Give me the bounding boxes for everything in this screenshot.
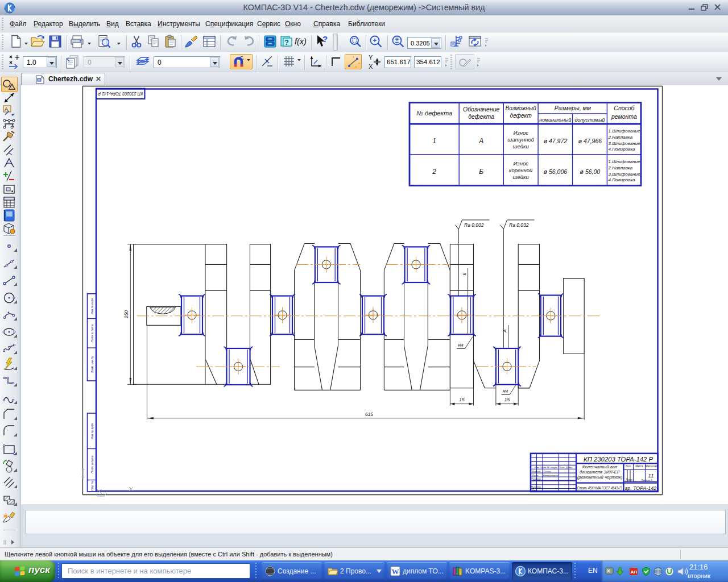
svg-text:1.Шлифование: 1.Шлифование xyxy=(609,159,641,164)
svg-text:Ra 0,032: Ra 0,032 xyxy=(509,222,529,228)
svg-text:Седов: Седов xyxy=(544,470,551,473)
svg-text:гр. ТОРА-142: гр. ТОРА-142 xyxy=(625,485,657,491)
svg-text:шейки: шейки xyxy=(513,143,530,149)
svg-text:шатунной: шатунной xyxy=(507,136,534,143)
svg-text:Размеры, мм: Размеры, мм xyxy=(555,105,591,111)
svg-text:Разраб.: Разраб. xyxy=(532,470,541,473)
svg-text:2.Наплавка: 2.Наплавка xyxy=(608,135,633,140)
svg-text:Изм Лист № докум. Подп. Дата: Изм Лист № докум. Подп. Дата xyxy=(535,466,573,469)
svg-text:1.Шлифование: 1.Шлифование xyxy=(609,128,641,134)
svg-text:Александров: Александров xyxy=(543,474,559,477)
svg-text:Взам. инв.№: Взам. инв.№ xyxy=(90,356,94,373)
svg-text:КП 230203 ТОРА-142 Р: КП 230203 ТОРА-142 Р xyxy=(98,91,143,97)
svg-text:250: 250 xyxy=(123,310,129,319)
svg-text:Подп. и дата: Подп. и дата xyxy=(90,455,94,473)
svg-text:(ремонтный чертеж): (ремонтный чертеж) xyxy=(577,475,623,480)
svg-text:15: 15 xyxy=(504,397,510,402)
svg-text:А: А xyxy=(502,329,507,332)
svg-text:Масштаб: Масштаб xyxy=(646,465,658,468)
svg-text:15: 15 xyxy=(459,397,465,402)
svg-text:Масса: Масса xyxy=(635,465,643,468)
svg-text:Инв.№ подл.: Инв.№ подл. xyxy=(90,297,94,314)
svg-text:ø 56,00: ø 56,00 xyxy=(580,168,601,175)
svg-text:W: W xyxy=(392,567,399,576)
svg-text:Сталь 45ХНМА ГОСТ 4543-71: Сталь 45ХНМА ГОСТ 4543-71 xyxy=(577,485,623,490)
svg-text:Лист: Лист xyxy=(625,479,632,481)
svg-text:дефекта: дефекта xyxy=(468,113,494,120)
svg-text:Износ: Износ xyxy=(513,130,528,136)
svg-text:Коленчатый вал: Коленчатый вал xyxy=(582,464,618,469)
svg-text:f(x): f(x) xyxy=(295,37,307,46)
svg-text:Лит.: Лит. xyxy=(625,465,632,468)
svg-text:1: 1 xyxy=(432,137,436,145)
svg-text:допустимый: допустимый xyxy=(574,117,605,123)
svg-text:R4: R4 xyxy=(458,343,464,348)
svg-text:?: ? xyxy=(284,38,289,47)
svg-text:номинальный: номинальный xyxy=(539,117,571,123)
svg-text:3.Шлифование: 3.Шлифование xyxy=(609,172,641,177)
svg-text:Способ: Способ xyxy=(614,105,635,111)
svg-text:Возможный: Возможный xyxy=(506,105,537,111)
svg-text:?: ? xyxy=(322,34,328,44)
svg-text:двигателя ЗИЛ-ЕР: двигателя ЗИЛ-ЕР xyxy=(580,469,621,475)
svg-text:11: 11 xyxy=(648,472,654,479)
svg-text:Обозначение: Обозначение xyxy=(463,106,499,113)
svg-text:Инв.№ дубл.: Инв.№ дубл. xyxy=(90,422,94,439)
svg-text:A: A xyxy=(5,106,8,112)
svg-text:А: А xyxy=(478,137,483,145)
svg-text:шейки: шейки xyxy=(513,174,530,180)
svg-text:Износ: Износ xyxy=(513,160,528,167)
svg-text:Б: Б xyxy=(479,168,483,176)
svg-text:Подп. и дата: Подп. и дата xyxy=(90,324,94,342)
svg-text:ø 47,972: ø 47,972 xyxy=(544,138,568,144)
svg-text:ø 56,006: ø 56,006 xyxy=(544,168,568,175)
svg-text:КП 230203 ТОРА-142 Р: КП 230203 ТОРА-142 Р xyxy=(584,456,653,463)
svg-text:2.Наплавка: 2.Наплавка xyxy=(608,165,633,171)
svg-text:Н.контр.: Н.контр. xyxy=(531,485,542,488)
svg-text:R4: R4 xyxy=(503,389,508,394)
svg-text:Т.контр.: Т.контр. xyxy=(531,477,541,480)
svg-text:615: 615 xyxy=(365,411,373,417)
svg-text:4.Полировка: 4.Полировка xyxy=(609,177,636,182)
svg-text:Ra 0,002: Ra 0,002 xyxy=(464,222,484,228)
svg-text:2: 2 xyxy=(432,168,436,176)
svg-text:АП: АП xyxy=(631,569,638,575)
svg-text:Пров.: Пров. xyxy=(532,474,539,477)
svg-text:3.Шлифование: 3.Шлифование xyxy=(609,141,641,146)
svg-text:X: X xyxy=(369,63,373,70)
svg-text:Y: Y xyxy=(369,54,373,61)
svg-text:ø 47,966: ø 47,966 xyxy=(578,138,602,144)
svg-text:Б: Б xyxy=(462,272,467,275)
svg-text:ремонта: ремонта xyxy=(611,113,637,120)
svg-text:4.Полировка: 4.Полировка xyxy=(609,147,636,152)
svg-text:коренной: коренной xyxy=(509,167,533,173)
svg-text:№ дефекта: № дефекта xyxy=(416,110,452,117)
svg-text:Спр. №: Спр. № xyxy=(90,480,94,490)
svg-text:Утв.: Утв. xyxy=(532,489,537,492)
svg-text:дефект: дефект xyxy=(510,113,532,119)
svg-text:Листов 1: Листов 1 xyxy=(640,479,652,481)
